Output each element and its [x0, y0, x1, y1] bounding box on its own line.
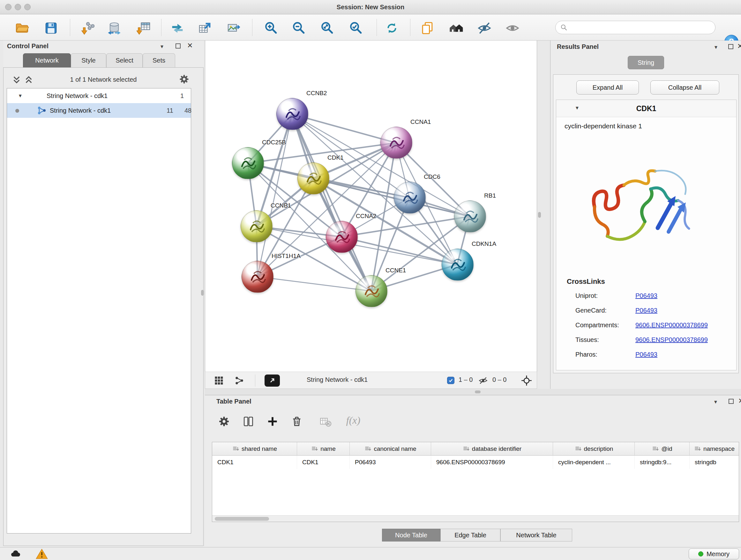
protein-card-header[interactable]: ▼ CDK1 [556, 100, 736, 117]
column-header-description[interactable]: description [553, 442, 635, 455]
zoom-fit-button[interactable] [319, 20, 336, 37]
duplicate-documents-button[interactable] [419, 20, 435, 37]
network-node-CCNA2[interactable] [326, 221, 358, 253]
left-splitter-handle[interactable] [201, 290, 204, 296]
refresh-button[interactable] [384, 20, 400, 37]
panel-float-icon[interactable] [728, 44, 733, 49]
network-row-selected[interactable]: String Network - cdk1 11 48 [7, 103, 191, 118]
network-edge-CDK1-RB1[interactable] [313, 179, 469, 216]
panel-menu-icon[interactable]: ▼ [714, 44, 718, 50]
right-splitter-handle[interactable] [538, 212, 541, 218]
window-close-button[interactable] [5, 4, 11, 10]
network-options-gear[interactable] [179, 73, 190, 86]
splitter-handle[interactable] [475, 390, 481, 393]
network-node-CCNB2[interactable] [276, 98, 308, 130]
network-node-CDKN1A[interactable] [442, 249, 474, 281]
grid-view-button[interactable] [214, 376, 224, 387]
column-header-id[interactable]: @id [635, 442, 690, 455]
homology-button[interactable] [448, 20, 464, 37]
network-exchange-button[interactable] [169, 20, 186, 37]
tab-network[interactable]: Network [23, 53, 71, 67]
crosslink-value-uniprot[interactable]: P06493 [635, 292, 657, 300]
panel-close-icon[interactable]: ✕ [738, 398, 741, 403]
column-header-shared-name[interactable]: shared name [212, 442, 297, 455]
scrollbar-thumb[interactable] [215, 517, 269, 521]
network-canvas[interactable]: CCNB2CCNA1CDC25BCDK1CDC6RB1CCNB1CCNA2CDK… [205, 41, 537, 372]
network-node-CCNA1[interactable] [381, 127, 412, 159]
network-edge-HIST1H1A-CCNE1[interactable] [258, 277, 371, 291]
crosslink-value-tissues[interactable]: 9606.ENSP00000378699 [635, 336, 708, 344]
crosslink-value-compartments[interactable]: 9606.ENSP00000378699 [635, 321, 708, 329]
column-header-name[interactable]: name [297, 442, 350, 455]
panel-menu-icon[interactable]: ▼ [159, 44, 164, 49]
cell-name[interactable]: CDK1 [297, 455, 350, 469]
tree-disclosure-icon[interactable]: ▼ [18, 88, 23, 103]
network-edge-CCNB2-CCNE1[interactable] [292, 114, 371, 291]
delete-table-button[interactable] [317, 413, 334, 430]
table-row[interactable]: CDK1 CDK1 P06493 9606.ENSP00000378699 cy… [212, 455, 739, 469]
collapse-section-icon[interactable]: ▼ [575, 105, 580, 111]
export-image-button[interactable] [226, 20, 242, 37]
cell-shared-name[interactable]: CDK1 [212, 455, 297, 469]
network-node-HIST1H1A[interactable] [242, 261, 273, 293]
tab-node-table[interactable]: Node Table [382, 529, 441, 542]
delete-column-button[interactable] [288, 413, 305, 430]
save-session-button[interactable] [43, 20, 59, 37]
cell-canonical-name[interactable]: P06493 [350, 455, 431, 469]
column-header-database-identifier[interactable]: database identifier [431, 442, 553, 455]
fit-selected-button[interactable] [521, 375, 532, 388]
tab-edge-table[interactable]: Edge Table [441, 529, 500, 542]
tab-select[interactable]: Select [106, 53, 143, 67]
network-node-RB1[interactable] [454, 200, 486, 233]
zoom-selected-button[interactable] [348, 20, 364, 37]
cell-description[interactable]: cyclin-dependent ... [553, 455, 635, 469]
panel-close-icon[interactable]: ✕ [187, 43, 193, 48]
network-overview-button[interactable] [234, 376, 244, 387]
crosslink-value-pharos[interactable]: P06493 [635, 351, 657, 358]
column-header-canonical-name[interactable]: canonical name [350, 442, 431, 455]
selected-nodes-checkbox[interactable] [447, 377, 455, 384]
network-node-CCNB1[interactable] [241, 210, 273, 242]
show-columns-button[interactable] [240, 413, 257, 430]
export-table-button[interactable] [197, 20, 213, 37]
function-builder-button[interactable]: f(x) [339, 412, 367, 428]
window-minimize-button[interactable] [15, 4, 21, 10]
birdseye-view-button[interactable] [265, 374, 280, 387]
hidden-items-icon-wrap[interactable] [478, 376, 488, 387]
cell-namespace[interactable]: stringdb [690, 455, 739, 469]
table-horizontal-scrollbar[interactable] [212, 515, 739, 522]
search-input[interactable] [571, 24, 711, 31]
warnings-button[interactable] [36, 549, 48, 560]
tab-sets[interactable]: Sets [143, 53, 175, 67]
network-node-CDK1[interactable] [297, 163, 329, 194]
tab-network-table[interactable]: Network Table [500, 529, 572, 542]
window-zoom-button[interactable] [24, 4, 30, 10]
expand-all-button[interactable]: Expand All [576, 80, 639, 95]
crosslink-value-genecard[interactable]: P06493 [635, 307, 657, 314]
tab-style[interactable]: Style [71, 53, 106, 67]
network-node-CDC25B[interactable] [232, 147, 264, 179]
memory-button[interactable]: Memory [689, 549, 739, 559]
panel-float-icon[interactable] [176, 44, 181, 49]
horizontal-splitter[interactable] [205, 389, 741, 395]
cell-id[interactable]: stringdb:9... [635, 455, 690, 469]
cell-database-identifier[interactable]: 9606.ENSP00000378699 [431, 455, 553, 469]
hide-panel-button[interactable] [476, 20, 493, 37]
string-results-tab[interactable]: String [628, 56, 664, 69]
panel-float-icon[interactable] [729, 399, 734, 404]
zoom-in-button[interactable] [263, 20, 280, 37]
panel-close-icon[interactable]: ✕ [737, 44, 741, 49]
open-session-button[interactable] [14, 20, 30, 37]
network-collection-row[interactable]: ▼ String Network - cdk1 1 [7, 88, 191, 103]
network-node-CDC6[interactable] [394, 182, 426, 213]
create-column-button[interactable] [264, 413, 281, 430]
table-options-gear-button[interactable] [216, 413, 232, 430]
zoom-out-button[interactable] [291, 20, 307, 37]
cloud-status-button[interactable] [9, 548, 22, 560]
import-network-from-database-button[interactable] [106, 20, 123, 37]
network-node-CCNE1[interactable] [355, 275, 387, 307]
column-header-namespace[interactable]: namespace [690, 442, 739, 455]
import-table-from-file-button[interactable] [136, 20, 152, 37]
show-panel-button[interactable] [504, 20, 521, 37]
collapse-all-button[interactable]: Collapse All [650, 80, 719, 95]
